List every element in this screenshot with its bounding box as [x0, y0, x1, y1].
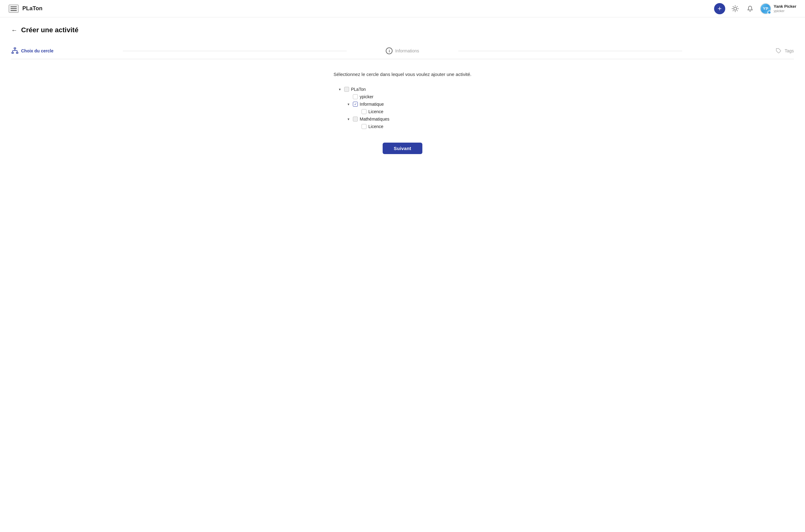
- avatar-badge: [767, 11, 771, 14]
- step-informations[interactable]: i Informations: [347, 43, 458, 59]
- tree-toggle-mathematiques[interactable]: ▼: [346, 117, 351, 121]
- avatar: YP: [760, 3, 771, 14]
- tree-label-platon: PLaTon: [351, 87, 366, 92]
- tree-checkbox-ypicker[interactable]: [353, 94, 358, 99]
- step-divider-1: [123, 51, 347, 51]
- page-header: ← Créer une activité: [11, 26, 794, 34]
- step-informations-label: Informations: [395, 49, 419, 53]
- sun-icon: [732, 5, 738, 12]
- informations-icon: i: [386, 48, 392, 54]
- tree-checkbox-informatique[interactable]: ✓: [353, 102, 358, 107]
- tree-node-platon: ▼ PLaTon ▶ ypicker: [337, 86, 468, 130]
- tree: ▼ PLaTon ▶ ypicker: [337, 86, 468, 130]
- tree-row-mathematiques: ▼ Mathématiques: [346, 115, 468, 123]
- user-names: Yank Picker ypicker: [774, 4, 796, 13]
- page-title: Créer une activité: [21, 26, 78, 34]
- tree-checkbox-licence-info[interactable]: [362, 109, 366, 114]
- tree-label-mathematiques: Mathématiques: [360, 117, 389, 121]
- tree-checkbox-platon[interactable]: [344, 87, 349, 92]
- topbar-right: + YP: [714, 3, 796, 14]
- tree-toggle-informatique[interactable]: ▼: [346, 102, 351, 107]
- back-button[interactable]: ←: [11, 27, 17, 34]
- topbar-left: PLaTon: [9, 5, 42, 13]
- user-display-name: Yank Picker: [774, 4, 796, 9]
- svg-rect-11: [16, 52, 18, 54]
- step-divider-2: [458, 51, 682, 51]
- tree-children-informatique: ▶ Licence: [346, 108, 468, 115]
- form-area: Sélectionnez le cercle dans lequel vous …: [294, 72, 511, 154]
- svg-rect-9: [14, 48, 16, 49]
- page-content: ← Créer une activité Choix du cercle: [0, 17, 805, 163]
- tree-node-ypicker: ▶ ypicker: [346, 93, 468, 100]
- tree-toggle-platon[interactable]: ▼: [337, 87, 342, 92]
- tree-row-licence-math: ▶ Licence: [355, 123, 468, 130]
- tree-label-ypicker: ypicker: [360, 94, 373, 99]
- step-choix-label: Choix du cercle: [21, 49, 53, 53]
- tree-row-platon: ▼ PLaTon: [337, 86, 468, 93]
- settings-icon-button[interactable]: [730, 4, 740, 14]
- svg-line-7: [733, 10, 733, 11]
- form-instruction: Sélectionnez le cercle dans lequel vous …: [334, 72, 471, 77]
- svg-line-3: [733, 6, 733, 6]
- tree-children-platon: ▶ ypicker ▼ ✓ Informatique: [337, 93, 468, 130]
- tree-row-informatique: ▼ ✓ Informatique: [346, 100, 468, 108]
- tree-node-licence-math: ▶ Licence: [355, 123, 468, 130]
- user-username: ypicker: [774, 9, 796, 13]
- tree-label-informatique: Informatique: [360, 102, 384, 107]
- tree-row-ypicker: ▶ ypicker: [346, 93, 468, 100]
- tree-label-licence-info: Licence: [368, 109, 383, 114]
- tag-icon: [776, 48, 782, 54]
- tree-node-mathematiques: ▼ Mathématiques ▶ Licence: [346, 115, 468, 130]
- choix-cercle-icon: [11, 47, 19, 55]
- step-choix-cercle[interactable]: Choix du cercle: [11, 43, 123, 59]
- svg-line-4: [737, 10, 737, 11]
- bell-icon: [747, 5, 753, 12]
- topbar: PLaTon + YP: [0, 0, 805, 17]
- tree-checkbox-mathematiques[interactable]: [353, 117, 358, 121]
- suivant-button[interactable]: Suivant: [383, 142, 422, 154]
- add-button[interactable]: +: [714, 3, 725, 14]
- tree-node-licence-info: ▶ Licence: [355, 108, 468, 115]
- org-chart-icon: [12, 48, 18, 54]
- svg-line-8: [737, 6, 737, 6]
- stepper: Choix du cercle i Informations Tags: [11, 43, 794, 59]
- app-title: PLaTon: [22, 5, 42, 12]
- tree-row-licence-info: ▶ Licence: [355, 108, 468, 115]
- tree-label-licence-math: Licence: [368, 124, 383, 129]
- svg-point-0: [734, 7, 736, 10]
- user-info[interactable]: YP Yank Picker ypicker: [760, 3, 796, 14]
- step-tags[interactable]: Tags: [682, 43, 794, 59]
- tree-node-informatique: ▼ ✓ Informatique ▶ Licence: [346, 100, 468, 115]
- tree-checkbox-licence-math[interactable]: [362, 124, 366, 129]
- avatar-initials: YP: [763, 6, 768, 11]
- tags-icon: [775, 48, 782, 54]
- notification-button[interactable]: [745, 4, 755, 14]
- step-tags-label: Tags: [785, 49, 794, 53]
- svg-rect-10: [12, 52, 14, 54]
- menu-button[interactable]: [9, 5, 19, 13]
- tree-children-mathematiques: ▶ Licence: [346, 123, 468, 130]
